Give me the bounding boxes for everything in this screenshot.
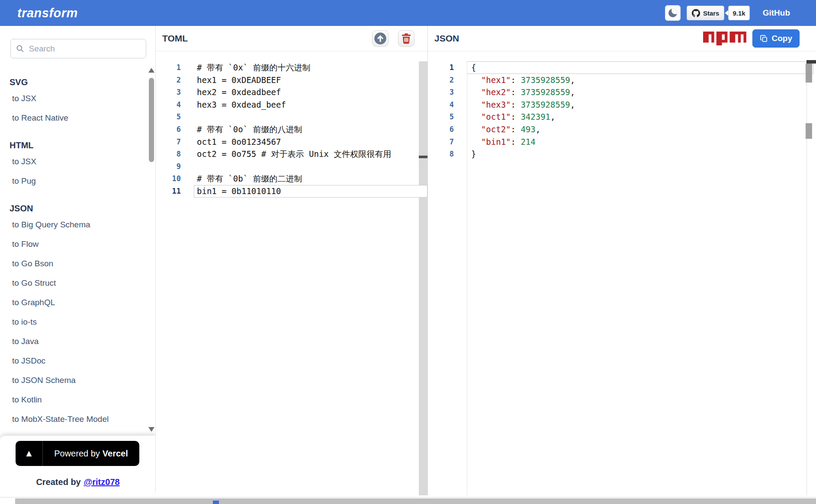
toml-code-line-1[interactable]: 1# 带有 `0x` 前缀的十六进制 — [156, 61, 419, 74]
sidebar-item-json-to-io-ts[interactable]: to io-ts — [10, 312, 144, 332]
search-input[interactable] — [29, 44, 141, 54]
toml-code-line-2[interactable]: 2hex1 = 0xDEADBEEF — [156, 74, 419, 86]
json-panel-header: JSON Copy — [428, 26, 816, 51]
sidebar-item-json-to-go-struct[interactable]: to Go Struct — [10, 273, 144, 293]
line-number: 1 — [156, 61, 181, 74]
line-number: 7 — [428, 136, 454, 148]
code-text — [181, 160, 197, 173]
toml-code-line-7[interactable]: 7oct1 = 0o01234567 — [156, 136, 419, 148]
dark-mode-toggle-button[interactable] — [665, 5, 681, 21]
sidebar-item-json-to-jsdoc[interactable]: to JSDoc — [10, 351, 144, 370]
json-code-line-5[interactable]: 5 "oct1": 342391, — [428, 111, 816, 123]
sidebar-scroll-up-arrow[interactable] — [148, 68, 154, 73]
sidebar-item-html-to-jsx[interactable]: to JSX — [10, 152, 144, 171]
section-heading-svg: SVG — [10, 76, 144, 89]
sidebar-item-html-to-pug[interactable]: to Pug — [10, 171, 144, 191]
json-code-line-4[interactable]: 4 "hex3": 3735928559, — [428, 99, 816, 111]
code-text: oct1 = 0o01234567 — [181, 136, 281, 148]
section-heading-html: HTML — [10, 139, 144, 152]
json-code-line-1[interactable]: 1{ — [428, 61, 816, 74]
search-icon — [16, 44, 25, 54]
toml-code-line-10[interactable]: 10# 带有 `0b` 前缀的二进制 — [156, 172, 419, 185]
code-text — [181, 111, 197, 123]
sidebar-item-json-to-mobx-state-tree-model[interactable]: to MobX-State-Tree Model — [10, 409, 144, 429]
sidebar-item-svg-to-jsx[interactable]: to JSX — [10, 89, 144, 108]
sidebar-footer: ▲ Powered by Vercel Created by @ritz078 — [0, 436, 156, 495]
sidebar-item-json-to-big-query-schema[interactable]: to Big Query Schema — [10, 215, 144, 234]
transformer-nav: SVG to JSX to React Native HTML to JSX t… — [10, 58, 144, 448]
octocat-icon — [692, 9, 700, 17]
search-box — [10, 39, 146, 58]
toml-panel-title: TOML — [162, 33, 188, 44]
pane-resize-divider[interactable] — [419, 61, 427, 495]
horizontal-scrollbar-thumb[interactable] — [15, 498, 816, 504]
nav-section-svg: SVG to JSX to React Native — [10, 58, 144, 128]
toml-editor[interactable]: 1# 带有 `0x` 前缀的十六进制2hex1 = 0xDEADBEEF3hex… — [156, 51, 419, 495]
json-output-editor[interactable]: 1{2 "hex1": 3735928559,3 "hex2": 3735928… — [428, 51, 816, 495]
line-number: 9 — [156, 160, 181, 173]
clear-button[interactable] — [398, 30, 414, 47]
github-link[interactable]: GitHub — [763, 8, 790, 18]
pane-resize-handle[interactable] — [419, 156, 427, 158]
copy-label: Copy — [772, 34, 793, 43]
line-number: 2 — [156, 74, 181, 86]
code-text: bin1 = 0b11010110 — [181, 185, 281, 198]
author-link[interactable]: @ritz078 — [84, 477, 120, 487]
page-scrollbar-thumb[interactable] — [806, 123, 812, 139]
toml-code-line-4[interactable]: 4hex3 = 0xdead_beef — [156, 99, 419, 111]
github-stars-button[interactable]: Stars — [687, 6, 725, 20]
line-number: 1 — [428, 61, 454, 74]
toml-code-line-3[interactable]: 3hex2 = 0xdeadbeef — [156, 86, 419, 99]
toml-code-line-5[interactable]: 5 — [156, 111, 419, 123]
top-header: transform Stars 9.1k GitHub — [0, 0, 816, 26]
line-number: 8 — [156, 148, 181, 160]
sidebar-item-json-to-graphql[interactable]: to GraphQL — [10, 293, 144, 312]
copy-button[interactable]: Copy — [752, 29, 800, 48]
line-number: 4 — [156, 99, 181, 111]
sidebar-item-json-to-go-bson[interactable]: to Go Bson — [10, 254, 144, 273]
toml-panel-header: TOML — [156, 26, 419, 51]
created-by-label: Created by — [36, 477, 80, 487]
sidebar-scrollbar-thumb[interactable] — [149, 78, 154, 162]
line-number: 7 — [156, 136, 181, 148]
toml-code-line-9[interactable]: 9 — [156, 160, 419, 173]
powered-by-vercel-badge[interactable]: ▲ Powered by Vercel — [16, 441, 139, 466]
code-text: hex1 = 0xDEADBEEF — [181, 74, 281, 86]
vercel-triangle-icon: ▲ — [16, 441, 42, 466]
sidebar: SVG to JSX to React Native HTML to JSX t… — [0, 26, 156, 495]
toml-code-line-11[interactable]: 11bin1 = 0b11010110 — [156, 185, 419, 198]
app-window: transform Stars 9.1k GitHub SVG to JSX — [0, 0, 816, 504]
sidebar-item-json-to-flow[interactable]: to Flow — [10, 234, 144, 254]
toml-code-line-6[interactable]: 6# 带有 `0o` 前缀的八进制 — [156, 123, 419, 136]
npm-logo[interactable] — [703, 32, 746, 45]
bottom-scrollbar-border — [0, 497, 816, 498]
sidebar-item-svg-to-react-native[interactable]: to React Native — [10, 108, 144, 128]
stars-count: 9.1k — [732, 10, 745, 17]
upload-button[interactable] — [372, 30, 389, 47]
json-code-line-3[interactable]: 3 "hex2": 3735928559, — [428, 86, 816, 99]
line-number: 8 — [428, 148, 454, 160]
line-number: 6 — [428, 123, 454, 136]
code-text: oct2 = 0o755 # 对于表示 Unix 文件权限很有用 — [181, 148, 391, 160]
json-scrollbar-thumb[interactable] — [806, 64, 812, 83]
code-text: hex2 = 0xdeadbeef — [181, 86, 281, 99]
stars-label: Stars — [703, 10, 720, 17]
json-code-line-2[interactable]: 2 "hex1": 3735928559, — [428, 74, 816, 86]
toml-panel: TOML 1# 带有 `0x` 前缀的十六进制2hex1 = 0xDEADBEE… — [156, 26, 419, 495]
sidebar-scroll-down-arrow[interactable] — [148, 427, 154, 432]
json-code-line-8[interactable]: 8} — [428, 148, 816, 160]
sidebar-item-json-to-java[interactable]: to Java — [10, 332, 144, 351]
sidebar-item-json-to-kotlin[interactable]: to Kotlin — [10, 390, 144, 409]
json-code-line-6[interactable]: 6 "oct2": 493, — [428, 123, 816, 136]
code-text: { — [454, 61, 476, 74]
sidebar-item-json-to-json-schema[interactable]: to JSON Schema — [10, 370, 144, 390]
copy-icon — [760, 35, 768, 43]
code-text: # 带有 `0x` 前缀的十六进制 — [181, 61, 311, 74]
stars-count-badge[interactable]: 9.1k — [728, 6, 749, 20]
toml-code-line-8[interactable]: 8oct2 = 0o755 # 对于表示 Unix 文件权限很有用 — [156, 148, 419, 160]
json-code-line-7[interactable]: 7 "bin1": 214 — [428, 136, 816, 148]
app-logo[interactable]: transform — [17, 6, 78, 20]
code-text: } — [454, 148, 476, 160]
code-text: # 带有 `0b` 前缀的二进制 — [181, 172, 302, 185]
powered-by-label: Powered by — [54, 449, 100, 459]
